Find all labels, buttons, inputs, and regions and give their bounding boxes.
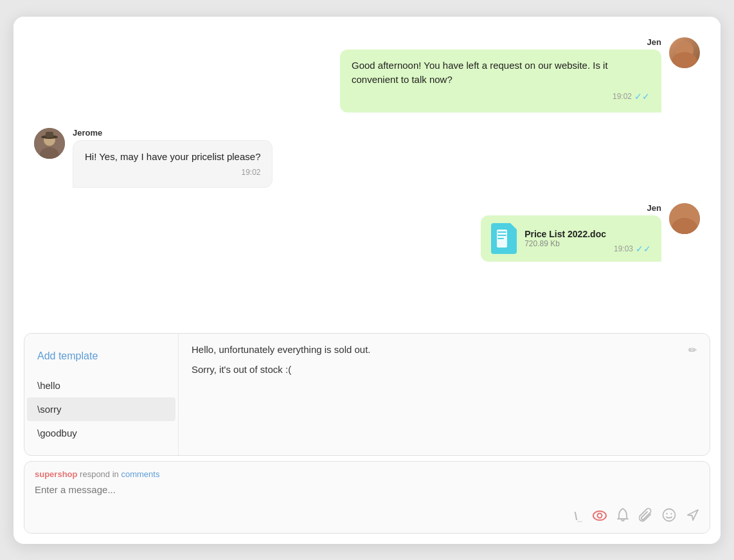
message-content-file: Jen Price List 2022.doc 720.89 Kb	[481, 203, 661, 262]
message-row-file: Jen Price List 2022.doc 720.89 Kb	[34, 203, 700, 262]
messages-area: Jen Good afternoon! You have left a requ…	[13, 17, 721, 333]
svg-point-11	[598, 513, 602, 518]
template-message-row-1: Hello, unfortunately everything is sold …	[192, 344, 697, 356]
file-bubble: Price List 2022.doc 720.89 Kb 19:03 ✓✓	[481, 215, 661, 262]
template-item-sorry[interactable]: \sorry	[27, 397, 175, 421]
svg-point-8	[679, 210, 690, 221]
message-input[interactable]	[35, 484, 699, 495]
svg-point-12	[663, 509, 676, 521]
template-shortcut-icon[interactable]: \...	[574, 510, 582, 523]
bubble-time-2: 19:02	[241, 167, 260, 178]
bubble-outgoing-1: Good afternoon! You have left a request …	[340, 50, 661, 113]
attach-icon[interactable]	[639, 508, 652, 525]
template-message-row-2: Sorry, it's out of stock :(	[192, 364, 697, 375]
file-meta: 19:03 ✓✓	[614, 244, 651, 254]
svg-point-9	[675, 223, 694, 234]
template-text-primary: Hello, unfortunately everything is sold …	[192, 344, 371, 355]
sender-name-jen-1: Jen	[647, 37, 661, 47]
double-check-1: ✓✓	[634, 90, 650, 104]
brand-name: supershop	[35, 469, 77, 479]
eye-icon[interactable]	[593, 509, 607, 524]
template-item-hello[interactable]: \hello	[24, 374, 178, 397]
message-content-2: Jerome Hi! Yes, may I have your pricelis…	[73, 128, 273, 188]
emoji-icon[interactable]	[662, 508, 676, 525]
send-icon[interactable]	[686, 509, 699, 525]
message-row-outgoing-1: Jen Good afternoon! You have left a requ…	[34, 37, 700, 113]
svg-rect-4	[46, 132, 53, 138]
template-content: Hello, unfortunately everything is sold …	[179, 334, 710, 455]
message-row-incoming-1: Jerome Hi! Yes, may I have your pricelis…	[34, 128, 700, 188]
input-toolbar: \...	[35, 503, 699, 525]
file-info: Price List 2022.doc 720.89 Kb	[524, 229, 606, 248]
bubble-meta-2: 19:02	[85, 167, 260, 178]
template-item-goodbuy[interactable]: \goodbuy	[24, 421, 178, 445]
file-icon	[491, 223, 517, 254]
bubble-text-2: Hi! Yes, may I have your pricelist pleas…	[85, 151, 260, 162]
avatar-jen-2	[669, 203, 700, 234]
chat-container: Jen Good afternoon! You have left a requ…	[13, 17, 721, 544]
add-template-button[interactable]: Add template	[24, 344, 178, 368]
file-size: 720.89 Kb	[524, 239, 606, 248]
channel-name: comments	[121, 469, 159, 479]
input-area: supershop respond in comments \...	[24, 461, 710, 534]
file-name: Price List 2022.doc	[524, 229, 606, 239]
bubble-meta-1: 19:02 ✓✓	[352, 90, 650, 104]
bubble-time-1: 19:02	[613, 91, 632, 102]
edit-icon[interactable]: ✏	[688, 344, 697, 356]
svg-point-14	[670, 512, 672, 514]
sender-name-jen-2: Jen	[647, 203, 661, 213]
file-time: 19:03	[614, 244, 633, 253]
file-double-check: ✓✓	[636, 244, 651, 254]
template-text-secondary: Sorry, it's out of stock :(	[192, 364, 291, 375]
avatar-jen-1	[669, 37, 700, 68]
message-content-1: Jen Good afternoon! You have left a requ…	[340, 37, 661, 113]
context-text: respond in	[80, 469, 121, 479]
input-context-line: supershop respond in comments	[35, 469, 699, 479]
template-panel: Add template \hello \sorry \goodbuy Hell…	[24, 333, 710, 456]
bubble-incoming-1: Hi! Yes, may I have your pricelist pleas…	[73, 140, 273, 188]
bubble-text-1: Good afternoon! You have left a request …	[352, 60, 608, 86]
template-sidebar: Add template \hello \sorry \goodbuy	[24, 334, 179, 455]
bell-icon[interactable]	[617, 508, 629, 525]
avatar-jerome	[34, 128, 65, 159]
svg-point-7	[669, 203, 700, 234]
sender-name-jerome: Jerome	[73, 128, 102, 138]
svg-point-13	[666, 512, 667, 514]
svg-point-10	[593, 511, 606, 520]
